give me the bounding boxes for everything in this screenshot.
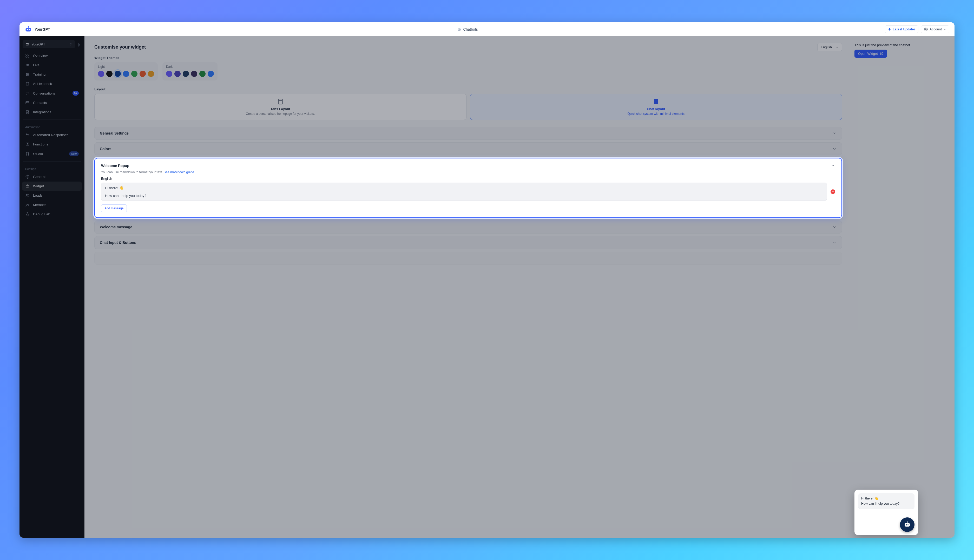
- accordion-welcome-message[interactable]: Welcome message: [94, 220, 842, 233]
- color-swatch[interactable]: [131, 71, 137, 77]
- theme-dark-label: Dark: [166, 65, 214, 68]
- theme-light-label: Light: [98, 65, 154, 68]
- layout-section-label: Layout: [94, 87, 842, 91]
- puzzle-icon: [25, 110, 30, 114]
- user-card-icon: [25, 100, 30, 105]
- accordion-general-settings[interactable]: General Settings: [94, 127, 842, 140]
- color-swatch[interactable]: [166, 71, 172, 77]
- svg-point-6: [458, 29, 459, 30]
- chevron-down-icon: [832, 131, 837, 135]
- color-swatch[interactable]: [191, 71, 197, 77]
- sidebar-item-label: Member: [33, 203, 46, 207]
- bot-fab-icon: [903, 521, 911, 528]
- svg-point-35: [27, 177, 28, 177]
- live-icon: [25, 63, 30, 67]
- svg-point-38: [28, 186, 28, 187]
- sidebar-item-label: Automated Responses: [33, 133, 68, 137]
- page-language-select[interactable]: English: [817, 43, 842, 51]
- bot-icon: [25, 42, 29, 46]
- accordion-welcome-popup-title: Welcome Popup: [101, 163, 129, 168]
- color-swatch[interactable]: [183, 71, 189, 77]
- external-link-icon: [880, 52, 883, 55]
- section-automation-label: Automation: [22, 122, 82, 130]
- theme-card-dark: Dark: [162, 62, 217, 80]
- chevron-down-icon: [832, 225, 837, 229]
- accordion-partial-title: [100, 256, 101, 260]
- sidebar-item-integrations[interactable]: Integrations: [22, 108, 82, 117]
- svg-point-29: [27, 102, 28, 103]
- color-swatch[interactable]: [140, 71, 146, 77]
- sidebar-item-ai-helpdesk[interactable]: AI Helpdesk: [22, 79, 82, 88]
- theme-card-light: Light: [94, 62, 158, 80]
- workspace-selector[interactable]: YourGPT: [23, 40, 75, 48]
- account-dropdown[interactable]: Account: [921, 25, 949, 33]
- color-swatch[interactable]: [208, 71, 214, 77]
- reply-icon: [25, 133, 30, 137]
- sidebar-item-leads[interactable]: Leads: [22, 191, 82, 200]
- sidebar-item-member[interactable]: Member: [22, 200, 82, 209]
- chevron-down-icon: [832, 240, 837, 245]
- color-swatch[interactable]: [106, 71, 112, 77]
- sidebar-item-training[interactable]: Training: [22, 70, 82, 79]
- layout-chat-desc: Quick chat system with minimal elements: [476, 112, 837, 116]
- welcome-popup-message-input[interactable]: Hi there! 👋 How can I help you today?: [101, 183, 827, 201]
- layout-option-chat[interactable]: Chat layout Quick chat system with minim…: [470, 94, 842, 120]
- remove-message-button[interactable]: [830, 189, 835, 194]
- markdown-guide-link[interactable]: See markdown guide: [164, 170, 194, 174]
- sidebar-item-functions[interactable]: Functions: [22, 140, 82, 149]
- bot-mini-icon: [457, 27, 461, 32]
- top-center-tab[interactable]: Chatbots: [50, 27, 885, 32]
- svg-rect-11: [26, 43, 29, 45]
- svg-point-37: [27, 186, 27, 187]
- collapse-sidebar-icon[interactable]: [78, 43, 82, 47]
- page-title: Customise your widget: [94, 44, 146, 50]
- sidebar-item-label: General: [33, 175, 45, 179]
- color-swatch[interactable]: [98, 71, 104, 77]
- accordion-colors[interactable]: Colors: [94, 142, 842, 155]
- accordion-welcome-popup[interactable]: Welcome Popup You can use markdown to fo…: [94, 158, 842, 218]
- sidebar-item-conversations[interactable]: Conversations9+: [22, 88, 82, 98]
- svg-point-40: [27, 194, 28, 195]
- sliders-icon: [25, 72, 30, 77]
- brand: YourGPT: [25, 26, 50, 33]
- accordion-partial[interactable]: [94, 252, 842, 265]
- svg-point-13: [28, 44, 28, 45]
- color-swatch[interactable]: [115, 71, 121, 77]
- layout-chat-title: Chat layout: [476, 107, 837, 111]
- sidebar-item-studio[interactable]: StudioNew: [22, 149, 82, 158]
- chevron-down-icon: [835, 46, 839, 49]
- chevron-down-icon: [832, 147, 837, 151]
- sidebar-item-widget[interactable]: Widget: [22, 182, 82, 191]
- tabs-layout-icon: [277, 98, 284, 105]
- color-swatch[interactable]: [148, 71, 154, 77]
- sidebar-item-debug-lab[interactable]: Debug Lab: [22, 210, 82, 219]
- chat-layout-icon: [653, 98, 659, 105]
- function-icon: [25, 142, 30, 147]
- sidebar-item-overview[interactable]: Overview: [22, 51, 82, 60]
- svg-point-12: [27, 44, 27, 45]
- chatbot-preview-card: Hi there! 👋 How can I help you today?: [854, 490, 918, 535]
- sidebar-item-automated-responses[interactable]: Automated Responses: [22, 130, 82, 140]
- accordion-general-title: General Settings: [100, 131, 129, 135]
- open-widget-button[interactable]: Open Widget: [854, 50, 887, 58]
- sidebar-item-label: Training: [33, 72, 45, 77]
- chevron-down-icon: [943, 28, 946, 31]
- svg-point-41: [28, 194, 29, 195]
- sidebar-item-contacts[interactable]: Contacts: [22, 98, 82, 107]
- color-swatch[interactable]: [123, 71, 129, 77]
- svg-rect-48: [905, 523, 910, 527]
- layout-option-tabs[interactable]: Tabs Layout Create a personalised homepa…: [94, 94, 466, 120]
- accordion-chat-input[interactable]: Chat Input & Buttons: [94, 236, 842, 249]
- latest-updates-button[interactable]: Latest Updates: [885, 25, 918, 33]
- svg-rect-17: [26, 56, 27, 57]
- gear-icon: [25, 175, 30, 179]
- sidebar-item-live[interactable]: Live: [22, 60, 82, 70]
- members-icon: [25, 203, 30, 207]
- chatbot-fab[interactable]: [900, 517, 914, 532]
- sidebar-item-label: Overview: [33, 54, 48, 58]
- color-swatch[interactable]: [174, 71, 180, 77]
- sidebar-item-general[interactable]: General: [22, 172, 82, 181]
- open-widget-label: Open Widget: [858, 52, 878, 56]
- color-swatch[interactable]: [199, 71, 205, 77]
- add-message-button[interactable]: Add message: [101, 204, 127, 212]
